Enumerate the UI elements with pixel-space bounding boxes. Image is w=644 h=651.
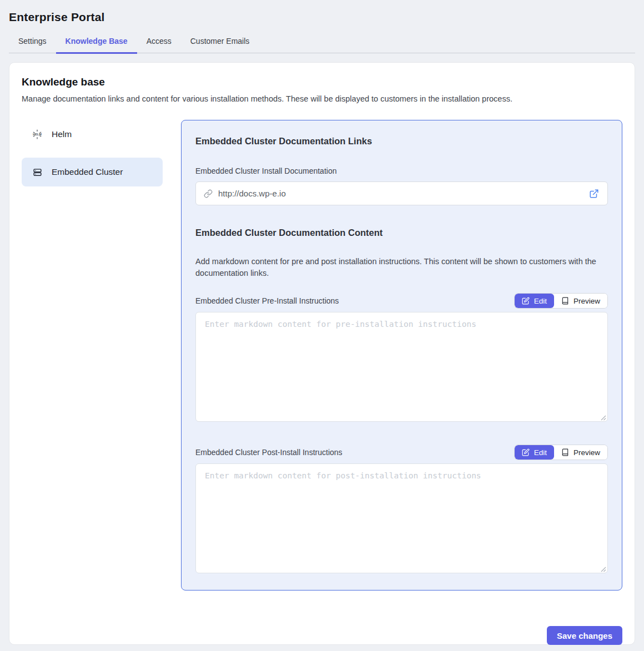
tab-customer-emails[interactable]: Customer Emails xyxy=(181,31,259,53)
pre-install-label: Embedded Cluster Pre-Install Instruction… xyxy=(195,296,339,305)
open-link-button[interactable] xyxy=(588,188,600,200)
content-section-description: Add markdown content for pre and post in… xyxy=(195,256,608,279)
page-title: Enterprise Portal xyxy=(9,11,635,24)
install-doc-input-wrap xyxy=(195,181,608,205)
link-icon xyxy=(204,189,213,198)
svg-text:HELM: HELM xyxy=(33,133,42,136)
post-install-textarea-wrap xyxy=(195,463,608,576)
external-link-icon xyxy=(589,189,599,199)
sidebar-item-label: Embedded Cluster xyxy=(52,167,123,177)
card-title: Knowledge base xyxy=(22,76,622,88)
tab-settings[interactable]: Settings xyxy=(9,31,56,53)
save-row: Save changes xyxy=(22,626,622,645)
edit-icon xyxy=(522,448,530,456)
install-doc-label: Embedded Cluster Install Documentation xyxy=(195,166,608,175)
server-stack-icon xyxy=(32,167,42,177)
post-install-textarea[interactable] xyxy=(195,463,608,573)
edit-mode-button[interactable]: Edit xyxy=(515,445,554,460)
post-install-mode-toggle: Edit Preview xyxy=(514,445,608,460)
edit-icon xyxy=(522,297,530,305)
links-section-title: Embedded Cluster Documentation Links xyxy=(195,136,608,147)
pre-install-textarea-wrap xyxy=(195,312,608,424)
post-install-label: Embedded Cluster Post-Install Instructio… xyxy=(195,448,343,457)
content-row: HELM Helm Embedded Cluster Embedd xyxy=(22,120,622,591)
sidebar-item-label: Helm xyxy=(52,129,72,139)
save-changes-button[interactable]: Save changes xyxy=(547,626,622,645)
pre-install-mode-toggle: Edit Preview xyxy=(514,293,608,309)
tab-knowledge-base[interactable]: Knowledge Base xyxy=(56,31,137,53)
tab-bar: Settings Knowledge Base Access Customer … xyxy=(9,31,635,53)
card-description: Manage documentation links and content f… xyxy=(22,94,622,103)
content-section-title: Embedded Cluster Documentation Content xyxy=(195,228,608,238)
sidebar-item-helm[interactable]: HELM Helm xyxy=(22,120,163,149)
sidebar-item-embedded-cluster[interactable]: Embedded Cluster xyxy=(22,158,163,186)
pre-install-label-row: Embedded Cluster Pre-Install Instruction… xyxy=(195,293,608,309)
resize-grip[interactable] xyxy=(601,567,606,572)
post-install-label-row: Embedded Cluster Post-Install Instructio… xyxy=(195,445,608,460)
install-method-nav: HELM Helm Embedded Cluster xyxy=(22,120,163,195)
knowledge-base-card: Knowledge base Manage documentation link… xyxy=(9,62,635,645)
edit-mode-button[interactable]: Edit xyxy=(515,294,554,308)
embedded-cluster-panel: Embedded Cluster Documentation Links Emb… xyxy=(181,120,622,591)
helm-icon: HELM xyxy=(32,129,42,139)
book-icon xyxy=(561,448,569,456)
install-doc-url-input[interactable] xyxy=(218,189,582,198)
tab-access[interactable]: Access xyxy=(137,31,181,53)
preview-mode-button[interactable]: Preview xyxy=(554,294,607,308)
pre-install-textarea[interactable] xyxy=(195,312,608,422)
resize-grip[interactable] xyxy=(601,415,606,421)
book-icon xyxy=(561,297,569,305)
preview-mode-button[interactable]: Preview xyxy=(554,445,607,460)
page-header: Enterprise Portal xyxy=(0,0,644,24)
